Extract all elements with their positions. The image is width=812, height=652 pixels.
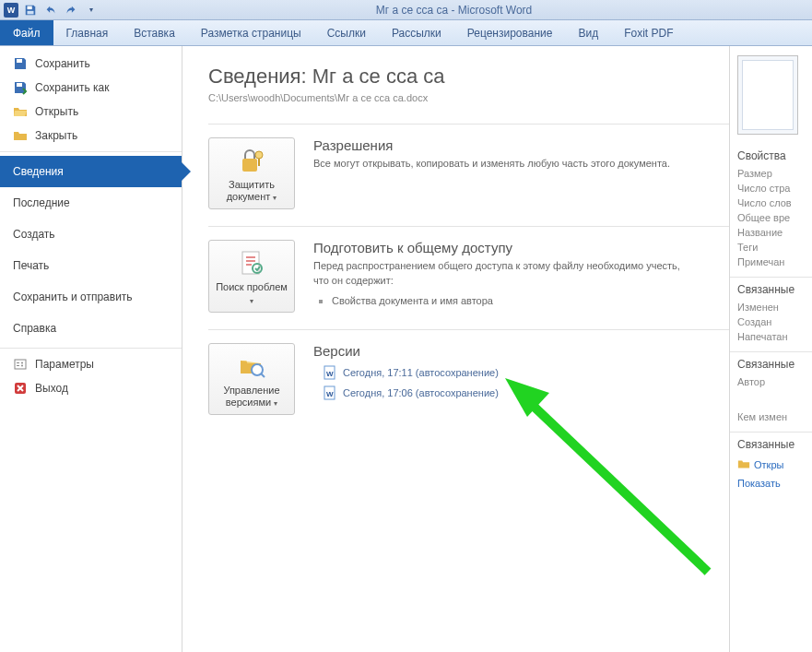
open-file-location-link[interactable]: Откры	[737, 455, 812, 475]
sidebar-label: Параметры	[35, 358, 94, 371]
svg-rect-0	[28, 6, 32, 9]
share-body: Подготовить к общему доступу Перед распр…	[313, 240, 682, 312]
info-main: Сведения: Мг а се сса са C:\Users\woodh\…	[182, 46, 729, 652]
tab-view[interactable]: Вид	[565, 20, 611, 45]
sidebar-new[interactable]: Создать	[0, 219, 182, 250]
document-path: C:\Users\woodh\Documents\Мг а се сса са.…	[208, 92, 729, 103]
sidebar-label: Сохранить	[35, 57, 90, 70]
sidebar-label: Открыть	[35, 105, 78, 118]
lock-key-icon	[237, 146, 266, 175]
svg-rect-12	[258, 159, 260, 166]
word-app-icon: W	[4, 3, 18, 18]
sidebar-close[interactable]: Закрыть	[0, 124, 182, 148]
svg-point-8	[21, 365, 23, 367]
sidebar-options[interactable]: Параметры	[0, 352, 182, 376]
window-title: Мг а се сса са - Microsoft Word	[100, 4, 808, 17]
version-item[interactable]: W Сегодня, 17:11 (автосохранение)	[313, 362, 499, 383]
versions-section: Управление версиями ▾ Версии W Сегодня, …	[208, 329, 729, 432]
sidebar-save-send[interactable]: Сохранить и отправить	[0, 281, 182, 313]
share-bullet: Свойства документа и имя автора	[313, 293, 682, 308]
undo-icon[interactable]	[42, 2, 59, 18]
prepare-share-section: Поиск проблем ▾ Подготовить к общему дос…	[208, 226, 729, 328]
svg-rect-10	[242, 159, 257, 172]
sidebar-label: Сохранить как	[35, 81, 109, 94]
sidebar-save[interactable]: Сохранить	[0, 52, 182, 76]
qat-customize-icon[interactable]: ▾	[83, 2, 100, 18]
prop-row: Число стра	[737, 181, 812, 196]
chevron-down-icon: ▾	[273, 194, 277, 202]
redo-icon[interactable]	[63, 2, 79, 18]
sidebar-info[interactable]: Сведения	[0, 156, 182, 187]
props-heading-docs: Связанные	[737, 438, 812, 451]
version-label: Сегодня, 17:06 (автосохранение)	[343, 387, 499, 398]
page-heading: Сведения: Мг а се сса са	[208, 65, 729, 89]
save-icon[interactable]	[22, 2, 39, 18]
permissions-body: Разрешения Все могут открывать, копирова…	[313, 137, 670, 209]
sidebar-save-as[interactable]: Сохранить как	[0, 76, 182, 100]
check-issues-button[interactable]: Поиск проблем ▾	[208, 240, 295, 312]
folder-icon	[737, 457, 750, 472]
sidebar-recent[interactable]: Последние	[0, 187, 182, 219]
options-icon	[13, 357, 28, 372]
prop-row: Кем измен	[737, 409, 812, 424]
svg-text:W: W	[326, 370, 334, 378]
svg-text:W: W	[326, 390, 334, 398]
svg-rect-2	[17, 59, 22, 63]
sidebar-label: Выход	[35, 382, 68, 395]
chevron-down-icon: ▾	[274, 399, 277, 408]
versions-icon	[237, 351, 266, 381]
folder-close-icon	[13, 128, 28, 143]
prop-row: Название	[737, 225, 812, 240]
word-doc-icon: W	[323, 385, 337, 400]
permissions-desc: Все могут открывать, копировать и изменя…	[313, 157, 670, 171]
tab-references[interactable]: Ссылки	[314, 20, 379, 45]
file-tab[interactable]: Файл	[0, 20, 53, 45]
props-heading: Свойства	[737, 149, 812, 162]
prop-row: Общее вре	[737, 210, 812, 225]
sidebar-label: Закрыть	[35, 129, 77, 142]
tab-mailings[interactable]: Рассылки	[379, 20, 454, 45]
share-desc: Перед распространением общего доступа к …	[313, 259, 682, 288]
show-all-props-link[interactable]: Показать	[737, 475, 812, 492]
svg-rect-5	[17, 362, 19, 363]
props-heading-dates: Связанные	[737, 283, 812, 296]
protect-document-button[interactable]: Защитить документ ▾	[208, 137, 295, 209]
prop-row: Число слов	[737, 196, 812, 210]
quick-access-toolbar: W ▾	[4, 2, 100, 18]
prop-row: Автор	[737, 374, 812, 389]
permissions-title: Разрешения	[313, 137, 670, 153]
folder-open-icon	[13, 104, 28, 119]
manage-versions-button[interactable]: Управление версиями ▾	[208, 343, 295, 415]
versions-title: Версии	[313, 343, 499, 359]
props-heading-people: Связанные	[737, 358, 812, 371]
exit-icon	[13, 381, 28, 396]
tab-home[interactable]: Главная	[53, 20, 122, 45]
tab-insert[interactable]: Вставка	[121, 20, 188, 45]
title-bar: W ▾ Мг а се сса са - Microsoft Word	[0, 0, 812, 20]
word-doc-icon: W	[323, 365, 337, 380]
tab-foxit-pdf[interactable]: Foxit PDF	[611, 20, 686, 45]
sidebar-help[interactable]: Справка	[0, 313, 182, 344]
inspect-icon	[237, 248, 266, 278]
doc-thumbnail[interactable]	[737, 55, 798, 135]
ribbon-tabs: Файл Главная Вставка Разметка страницы С…	[0, 20, 812, 46]
tab-page-layout[interactable]: Разметка страницы	[188, 20, 314, 45]
prop-row: Создан	[737, 314, 812, 329]
chevron-down-icon: ▾	[250, 297, 253, 305]
svg-rect-3	[17, 83, 22, 87]
prop-row: Размер	[737, 166, 812, 181]
svg-point-7	[21, 362, 23, 364]
tab-review[interactable]: Рецензирование	[454, 20, 566, 45]
svg-point-11	[255, 151, 263, 159]
permissions-section: Защитить документ ▾ Разрешения Все могут…	[208, 124, 729, 226]
share-title: Подготовить к общему доступу	[313, 240, 682, 255]
sidebar-open[interactable]: Открыть	[0, 100, 182, 124]
sidebar-print[interactable]: Печать	[0, 250, 182, 281]
backstage-view: Сохранить Сохранить как Открыть Закрыть …	[0, 46, 812, 652]
version-item[interactable]: W Сегодня, 17:06 (автосохранение)	[313, 383, 499, 403]
prop-row: Теги	[737, 240, 812, 255]
svg-rect-6	[17, 365, 19, 366]
svg-rect-1	[28, 10, 34, 14]
backstage-sidebar: Сохранить Сохранить как Открыть Закрыть …	[0, 46, 182, 652]
sidebar-exit[interactable]: Выход	[0, 376, 182, 400]
